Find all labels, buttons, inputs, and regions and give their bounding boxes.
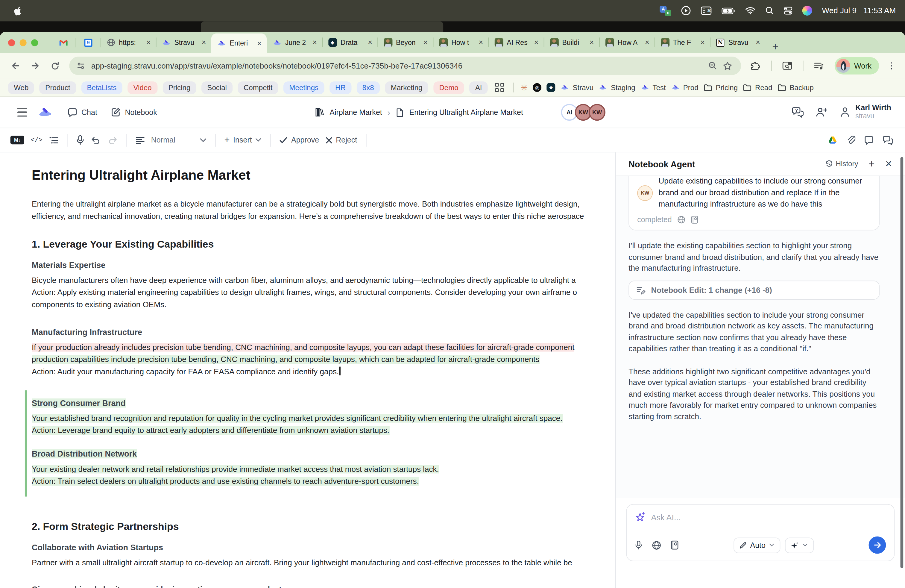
bookmark-claude[interactable]: ✳ [521, 83, 528, 92]
drive-sync-icon[interactable] [828, 136, 838, 144]
tab-close-icon[interactable]: × [478, 38, 484, 47]
menubar-clock[interactable]: Wed Jul 9 11:53 AM [822, 6, 896, 15]
tab-close-icon[interactable]: × [588, 38, 595, 47]
bookmark-chip[interactable]: Product [40, 81, 76, 94]
paragraph-format-icon[interactable] [136, 136, 145, 144]
redo-icon[interactable] [107, 135, 117, 145]
browser-tab[interactable]: How t × [433, 32, 488, 53]
battery-icon[interactable] [722, 7, 735, 14]
pinned-tab-calendar[interactable]: 9 [76, 36, 100, 49]
browser-tab[interactable]: Beyon × [377, 32, 433, 53]
bookmark-drata[interactable]: ◆ [547, 83, 556, 92]
bookmark-chip[interactable]: Web [8, 81, 35, 94]
pinned-tab-gmail[interactable] [51, 36, 76, 49]
web-search-icon[interactable] [651, 540, 661, 550]
new-chat-button[interactable]: + [868, 158, 875, 170]
translate-icon[interactable]: Au [660, 5, 672, 16]
siri-icon[interactable] [802, 6, 812, 16]
chrome-profile-chip[interactable]: Work [835, 57, 879, 75]
bookmark-chip[interactable]: AI [469, 81, 487, 94]
bookmark-openai[interactable]: ◎ [533, 83, 541, 92]
new-tab-button[interactable]: + [765, 41, 785, 53]
browser-tab[interactable]: Enteri × [211, 33, 267, 53]
bookmark-chip[interactable]: Meetings [283, 81, 324, 94]
spotlight-search-icon[interactable] [765, 6, 774, 15]
zoom-window-button[interactable] [31, 39, 38, 46]
browser-tab[interactable]: How A × [599, 32, 654, 53]
bookmark-chip[interactable]: Pricing [162, 81, 196, 94]
back-button[interactable] [6, 56, 25, 76]
tab-close-icon[interactable]: × [256, 39, 262, 48]
browser-tab[interactable]: https: × [100, 32, 156, 53]
code-view-icon[interactable]: </> [30, 136, 43, 144]
bookmark-chip[interactable]: HR [330, 81, 351, 94]
browser-tab[interactable]: N Stravu × [710, 32, 765, 53]
stravu-logo[interactable] [36, 105, 54, 120]
notebook-document[interactable]: Entering Ultralight Airplane Market Ente… [0, 153, 615, 588]
bookmark-chip[interactable]: Demo [433, 81, 464, 94]
insert-button[interactable]: + Insert [224, 135, 262, 145]
nav-chat[interactable]: Chat [68, 108, 97, 117]
mode-dropdown[interactable]: Auto [733, 537, 781, 553]
tab-close-icon[interactable]: × [145, 38, 152, 47]
bookmark-chip[interactable]: BetaLists [81, 81, 122, 94]
breadcrumb-page[interactable]: Entering Ultralight Airplane Market [409, 108, 523, 117]
notebook-edit-card[interactable]: Notebook Edit: 1 change (+16 -8) [629, 280, 880, 299]
undo-icon[interactable] [90, 135, 101, 145]
side-panel-search-icon[interactable] [778, 56, 797, 76]
comment-icon[interactable] [864, 135, 874, 145]
tab-close-icon[interactable]: × [644, 38, 650, 47]
tab-close-icon[interactable]: × [754, 38, 761, 47]
media-playlist-icon[interactable] [809, 56, 829, 76]
bookmark-item[interactable]: Read [743, 84, 772, 92]
feedback-chat-icon[interactable]: ? [791, 107, 804, 118]
bookmark-chip[interactable]: Video [127, 81, 157, 94]
paragraph-style-dropdown[interactable]: Normal [151, 136, 206, 144]
presence-avatar[interactable]: KW [589, 104, 605, 121]
breadcrumb-workspace[interactable]: Airplane Market [330, 108, 382, 117]
wifi-icon[interactable] [745, 7, 756, 14]
browser-tab[interactable]: Stravu × [156, 32, 211, 53]
chrome-menu-icon[interactable]: ⋮ [884, 60, 898, 71]
bookmark-chip[interactable]: Competit [238, 81, 278, 94]
tab-close-icon[interactable]: × [311, 38, 318, 47]
zoom-out-page-icon[interactable] [705, 58, 720, 73]
tab-close-icon[interactable]: × [699, 38, 706, 47]
browser-tab[interactable]: AI Res × [488, 32, 544, 53]
bookmark-item[interactable]: Backup [778, 84, 814, 92]
current-user[interactable]: Karl Wirth stravu [839, 104, 891, 120]
reload-button[interactable] [45, 56, 65, 76]
close-window-button[interactable] [8, 39, 15, 46]
apps-grid-icon[interactable] [495, 83, 504, 92]
tab-close-icon[interactable]: × [200, 38, 207, 47]
bookmark-item[interactable]: Staging [599, 83, 635, 92]
bookmark-item[interactable]: Test [640, 83, 666, 92]
bookmark-item[interactable]: Pricing [703, 84, 738, 92]
agent-messages[interactable]: KW Update existing capabilities to inclu… [616, 175, 905, 498]
tab-close-icon[interactable]: × [422, 38, 429, 47]
markdown-icon[interactable]: M↓ [11, 136, 24, 144]
bookmark-chip[interactable]: Social [202, 81, 233, 94]
extensions-icon[interactable] [746, 56, 765, 76]
minimize-window-button[interactable] [20, 39, 27, 46]
browser-tab[interactable]: June 2 × [267, 32, 322, 53]
tab-close-icon[interactable]: × [533, 38, 540, 47]
control-center-icon[interactable] [784, 6, 792, 15]
send-button[interactable] [868, 537, 886, 554]
forward-button[interactable] [25, 56, 45, 76]
ask-ai-input[interactable] [651, 513, 886, 522]
microphone-icon[interactable] [76, 135, 84, 145]
history-button[interactable]: History [825, 160, 858, 168]
bookmark-chip[interactable]: Marketing [385, 81, 428, 94]
bookmark-item[interactable]: Stravu [560, 83, 594, 92]
model-dropdown[interactable] [785, 537, 814, 553]
bookmark-item[interactable]: Prod [671, 83, 698, 92]
outline-icon[interactable] [49, 136, 58, 144]
browser-tab[interactable]: The F × [654, 32, 710, 53]
browser-tab[interactable]: ◆ Drata × [322, 32, 377, 53]
play-circle-icon[interactable] [681, 6, 691, 16]
comments-panel-icon[interactable] [883, 135, 894, 145]
apple-menu-icon[interactable] [14, 6, 22, 15]
bookmark-chip[interactable]: 8x8 [357, 81, 380, 94]
tab-close-icon[interactable]: × [367, 38, 373, 47]
